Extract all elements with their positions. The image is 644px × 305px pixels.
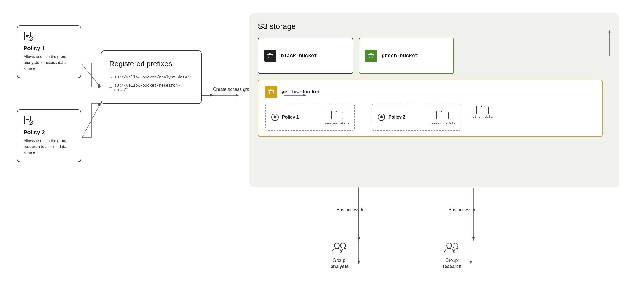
svg-point-22 <box>381 115 382 117</box>
group-analysts: Group: analysts <box>331 241 349 270</box>
other-data-folder: other-data <box>472 104 493 122</box>
analysts-group-icon <box>331 241 348 255</box>
policy2-desc: Allows users in the group research to ac… <box>24 138 75 156</box>
policy2-icon <box>24 115 75 127</box>
yellow-bucket-name: yellow-bucket <box>281 89 321 95</box>
research-data-folder: research-data <box>429 109 456 126</box>
policy-card-1: Policy 1 Allows users in the group analy… <box>17 25 81 78</box>
green-bucket-box: green-bucket <box>359 38 454 74</box>
green-bucket-icon <box>365 50 377 62</box>
policy2-dashed-icon <box>377 113 386 121</box>
black-bucket-box: black-bucket <box>258 38 353 74</box>
analysts-group-label: Group: analysts <box>331 257 349 270</box>
policy1-icon <box>24 31 75 43</box>
policy1-title: Policy 1 <box>24 45 75 52</box>
policy-card-2: Policy 2 Allows users in the group resea… <box>17 109 81 162</box>
policy1-desc: Allows users in the group analysts to ac… <box>24 54 75 71</box>
prefix-arrow-2: → <box>109 85 112 90</box>
top-buckets-row: black-bucket green-bucket <box>258 38 611 74</box>
svg-line-0 <box>82 64 100 87</box>
diagram-container: Policy 1 Allows users in the group analy… <box>0 0 644 305</box>
black-bucket-icon <box>264 50 276 62</box>
s3-area: S3 storage black-bucket <box>249 13 619 187</box>
policy2-dashed-label: Policy 2 <box>388 115 405 120</box>
has-access-label-research: Has access to <box>448 207 476 212</box>
svg-point-21 <box>378 114 385 121</box>
research-group-label: Group: research <box>443 257 462 270</box>
prefix-arrow-1: → <box>109 75 112 80</box>
other-data-label: other-data <box>472 115 493 119</box>
prefixes-title: Registered prefixes <box>109 59 193 68</box>
svg-line-1 <box>82 104 100 137</box>
svg-point-23 <box>334 243 339 248</box>
policy2-dashed-box: Policy 2 research-data <box>372 104 461 131</box>
has-access-label-analysts: Has access to <box>336 207 364 212</box>
yellow-bucket-box: yellow-bucket Policy 1 <box>258 80 603 137</box>
policy1-dashed-icon <box>271 113 279 121</box>
black-bucket-name: black-bucket <box>281 53 317 59</box>
green-bucket-name: green-bucket <box>382 53 418 59</box>
policy1-dashed-box: Policy 1 analyst-data <box>265 104 355 131</box>
policy2-title: Policy 2 <box>24 129 75 136</box>
prefixes-box: Registered prefixes → s3://yellow-bucket… <box>101 50 202 104</box>
research-data-label: research-data <box>429 122 456 126</box>
svg-point-25 <box>447 243 452 248</box>
analyst-data-folder: analyst-data <box>325 109 349 126</box>
svg-point-26 <box>453 243 458 248</box>
yellow-bucket-icon <box>265 86 277 98</box>
svg-point-24 <box>340 243 346 248</box>
policy1-dashed-label: Policy 1 <box>282 115 299 120</box>
yellow-bucket-content: Policy 1 analyst-data <box>265 104 595 131</box>
analyst-data-label: analyst-data <box>325 122 349 126</box>
prefix-item-1: → s3://yellow-bucket/analyst-data/* <box>109 75 193 80</box>
svg-point-19 <box>272 114 278 121</box>
s3-title: S3 storage <box>258 22 611 31</box>
prefix-item-2: → s3://yellow-bucket/research-data/* <box>109 83 193 92</box>
research-group-icon <box>444 241 460 255</box>
yellow-bucket-header: yellow-bucket <box>265 86 595 98</box>
group-research: Group: research <box>443 241 462 270</box>
svg-point-20 <box>274 115 275 117</box>
